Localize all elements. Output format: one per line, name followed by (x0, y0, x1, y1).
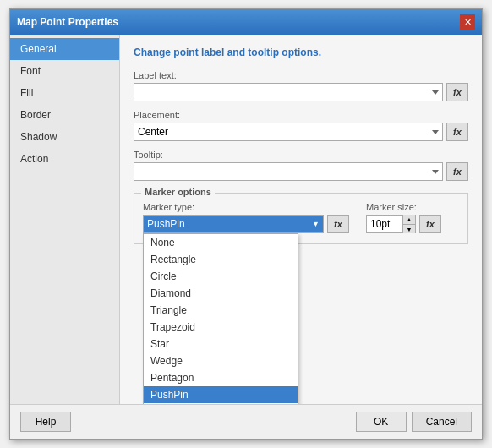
spinner-down-button[interactable]: ▼ (403, 224, 415, 233)
close-button[interactable]: ✕ (460, 14, 475, 30)
marker-options-legend: Marker options (141, 187, 215, 197)
marker-size-spinner: ▲ ▼ (366, 215, 416, 233)
marker-type-group: Marker type: PushPin ▼ None Rectangle (143, 202, 349, 233)
dropdown-item-wedge[interactable]: Wedge (144, 352, 298, 369)
tooltip-label: Tooltip: (134, 150, 468, 160)
marker-type-display[interactable]: PushPin ▼ (143, 215, 324, 233)
help-button[interactable]: Help (20, 412, 71, 432)
sidebar-item-border[interactable]: Border (10, 104, 119, 126)
marker-type-fx-button[interactable]: fx (327, 215, 349, 233)
marker-size-input[interactable] (367, 216, 402, 232)
dropdown-item-none[interactable]: None (144, 234, 298, 251)
marker-size-label: Marker size: (366, 202, 459, 212)
dropdown-item-trapezoid[interactable]: Trapezoid (144, 319, 298, 336)
dropdown-item-diamond[interactable]: Diamond (144, 285, 298, 302)
dropdown-item-triangle[interactable]: Triangle (144, 302, 298, 319)
dialog: Map Point Properties ✕ General Font Fill… (9, 8, 483, 440)
marker-row: Marker type: PushPin ▼ None Rectangle (143, 202, 459, 233)
marker-type-dropdown-list: None Rectangle Circle Diamond Triangle T… (143, 233, 298, 404)
marker-type-dropdown-wrapper: PushPin ▼ None Rectangle Circle Diamond … (143, 215, 324, 233)
tooltip-select[interactable] (134, 162, 443, 181)
main-content: Change point label and tooltip options. … (120, 35, 482, 404)
ok-button[interactable]: OK (356, 412, 407, 432)
label-text-row: fx (134, 83, 468, 101)
tooltip-row: fx (134, 162, 468, 181)
spinner-up-button[interactable]: ▲ (403, 215, 415, 224)
marker-type-value: PushPin (147, 218, 185, 230)
placement-row: Center fx (134, 123, 468, 141)
placement-group: Placement: Center fx (134, 110, 468, 141)
marker-options-section: Marker options Marker type: PushPin ▼ (134, 193, 468, 244)
marker-size-group: Marker size: ▲ ▼ fx (366, 202, 459, 233)
label-text-label: Label text: (134, 70, 468, 80)
dialog-body: General Font Fill Border Shadow Action C… (10, 35, 482, 404)
dialog-footer: Help OK Cancel (10, 404, 482, 439)
dropdown-item-circle[interactable]: Circle (144, 268, 298, 285)
dropdown-item-pushpin[interactable]: PushPin (144, 386, 298, 403)
tooltip-fx-button[interactable]: fx (446, 162, 468, 181)
dropdown-item-pentagon[interactable]: Pentagon (144, 369, 298, 386)
sidebar-item-fill[interactable]: Fill (10, 82, 119, 104)
label-text-group: Label text: fx (134, 70, 468, 101)
dropdown-arrow: ▼ (312, 220, 320, 228)
marker-type-label: Marker type: (143, 202, 349, 212)
marker-size-row: ▲ ▼ fx (366, 215, 459, 233)
sidebar-item-action[interactable]: Action (10, 148, 119, 170)
spinner-buttons: ▲ ▼ (402, 215, 415, 233)
dropdown-item-rectangle[interactable]: Rectangle (144, 251, 298, 268)
placement-select[interactable]: Center (134, 123, 443, 141)
title-bar: Map Point Properties ✕ (10, 9, 482, 35)
footer-right: OK Cancel (356, 412, 472, 432)
placement-fx-button[interactable]: fx (446, 123, 468, 141)
label-text-fx-button[interactable]: fx (446, 83, 468, 101)
sidebar: General Font Fill Border Shadow Action (10, 35, 120, 404)
tooltip-group: Tooltip: fx (134, 150, 468, 181)
dropdown-item-star[interactable]: Star (144, 336, 298, 352)
marker-size-fx-button[interactable]: fx (419, 215, 441, 233)
marker-type-select-row: PushPin ▼ None Rectangle Circle Diamond … (143, 215, 349, 233)
dialog-title: Map Point Properties (17, 16, 118, 28)
cancel-button[interactable]: Cancel (412, 412, 472, 432)
sidebar-item-general[interactable]: General (10, 38, 119, 60)
sidebar-item-shadow[interactable]: Shadow (10, 126, 119, 148)
label-text-select[interactable] (134, 83, 443, 101)
section-description: Change point label and tooltip options. (134, 46, 468, 58)
placement-label: Placement: (134, 110, 468, 120)
dropdown-item-image[interactable]: Image (144, 403, 298, 404)
sidebar-item-font[interactable]: Font (10, 60, 119, 82)
